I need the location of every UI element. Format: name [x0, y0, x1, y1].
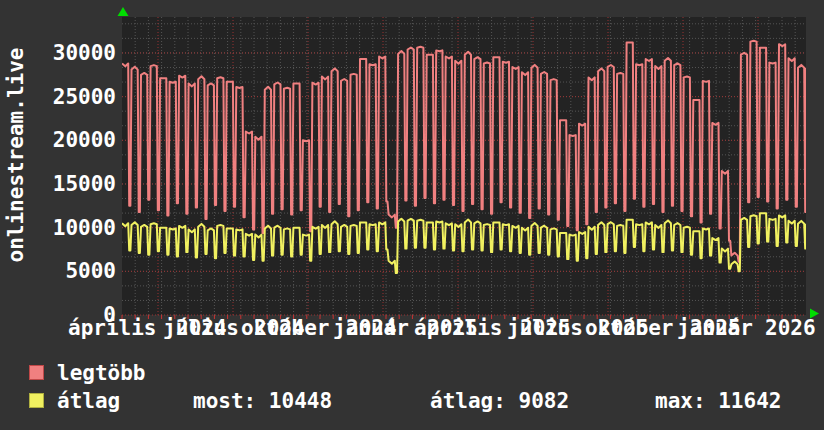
x-axis-tick-label: 2024 [176, 317, 227, 339]
legend-color-legtobb-icon [29, 365, 44, 380]
rrdtool-graph: onlinestream.live 0500010000150002000025… [0, 0, 824, 430]
x-axis-tick-label: április [68, 317, 157, 339]
x-axis-tick-label: 2025 [520, 317, 571, 339]
stat-max: max: 11642 [655, 391, 781, 411]
legend-label-atlag: átlag [57, 391, 120, 411]
legend-label-legtobb: legtöbb [57, 363, 146, 383]
y-axis-tick-label: 5000 [0, 259, 116, 283]
y-axis-tick-label: 20000 [0, 128, 116, 152]
x-axis-tick-label: 2025 [598, 317, 649, 339]
y-axis-arrow-icon [118, 7, 129, 16]
stat-most: most: 10448 [193, 391, 332, 411]
x-axis-tick-label: 2026 [765, 317, 816, 339]
x-axis-tick-label: 2024 [346, 317, 397, 339]
y-axis-tick-label: 10000 [0, 216, 116, 240]
stat-atlag: átlag: 9082 [430, 391, 569, 411]
x-axis-tick-label: 2025 [427, 317, 478, 339]
x-axis-tick-label: 2025 [690, 317, 741, 339]
y-axis-tick-label: 30000 [0, 41, 116, 65]
x-axis-tick-label: 2024 [254, 317, 305, 339]
legend-color-atlag-icon [29, 393, 44, 408]
y-axis-tick-label: 25000 [0, 85, 116, 109]
y-axis-tick-label: 15000 [0, 172, 116, 196]
